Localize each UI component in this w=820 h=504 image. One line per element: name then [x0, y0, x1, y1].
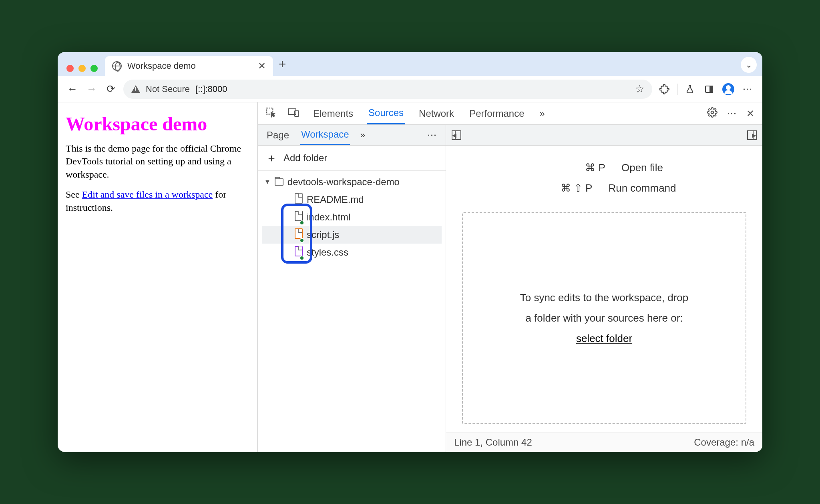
- workspace-dropzone[interactable]: To sync edits to the workspace, drop a f…: [462, 212, 746, 424]
- address-bar[interactable]: Not Secure [::]:8000 ☆: [123, 80, 652, 99]
- tab-search-button[interactable]: ⌄: [741, 57, 757, 73]
- file-name: styles.css: [307, 247, 348, 258]
- file-tree: ▼ devtools-workspace-demo README.md: [258, 171, 446, 264]
- browser-toolbar: ← → ⟳ Not Secure [::]:8000 ☆ ⋮: [58, 76, 762, 102]
- close-devtools-button[interactable]: ✕: [746, 108, 754, 119]
- content-area: Workspace demo This is the demo page for…: [58, 102, 762, 452]
- reload-button[interactable]: ⟳: [104, 82, 118, 96]
- tab-network[interactable]: Network: [417, 103, 456, 124]
- file-name: index.html: [307, 212, 350, 223]
- warning-triangle-icon: [131, 85, 140, 93]
- add-folder-label: Add folder: [283, 152, 327, 164]
- plus-icon: ＋: [266, 150, 277, 166]
- synced-dot-icon: [299, 238, 304, 243]
- subtab-workspace[interactable]: Workspace: [300, 125, 350, 145]
- dropzone-text: a folder with your sources here or:: [525, 312, 683, 324]
- editor-shortcuts: ⌘ P Open file ⌘ ⇧ P Run command: [446, 146, 762, 206]
- maximize-window-button[interactable]: [90, 65, 98, 72]
- rendered-page: Workspace demo This is the demo page for…: [58, 102, 258, 452]
- shortcut-label: Run command: [608, 182, 676, 194]
- window-controls: [63, 65, 102, 76]
- new-tab-button[interactable]: ＋: [276, 56, 288, 76]
- device-toolbar-icon[interactable]: [288, 108, 299, 120]
- minimize-window-button[interactable]: [78, 65, 86, 72]
- coverage-status: Coverage: n/a: [694, 437, 754, 448]
- editor-header: ◀ ▶: [446, 125, 762, 146]
- side-panel-icon[interactable]: [702, 84, 716, 94]
- tab-title: Workspace demo: [127, 61, 196, 71]
- browser-tab[interactable]: Workspace demo ✕: [105, 56, 273, 76]
- page-heading: Workspace demo: [66, 113, 249, 135]
- folder-name: devtools-workspace-demo: [287, 176, 400, 188]
- browser-window: Workspace demo ✕ ＋ ⌄ ← → ⟳ Not Secure [:…: [58, 52, 762, 452]
- add-folder-button[interactable]: ＋ Add folder: [258, 146, 446, 171]
- chrome-menu-button[interactable]: ⋮: [741, 84, 754, 94]
- cursor-position: Line 1, Column 42: [454, 437, 532, 448]
- tab-sources[interactable]: Sources: [367, 102, 405, 124]
- forward-button[interactable]: →: [85, 82, 98, 96]
- inspect-element-icon[interactable]: [266, 107, 276, 120]
- dropzone-text: To sync edits to the workspace, drop: [520, 292, 689, 304]
- tab-strip: Workspace demo ✕ ＋ ⌄: [58, 52, 762, 76]
- tutorial-link[interactable]: Edit and save files in a workspace: [82, 189, 213, 200]
- js-file-icon: [295, 228, 303, 239]
- devtools-menu-button[interactable]: ⋮: [726, 109, 738, 118]
- toolbar-divider: [677, 84, 677, 95]
- tree-file-row[interactable]: index.html: [262, 208, 442, 226]
- svg-point-6: [711, 111, 714, 114]
- settings-gear-icon[interactable]: [707, 107, 718, 120]
- not-secure-label: Not Secure: [146, 84, 190, 94]
- shortcut-keys: ⌘ P: [545, 162, 605, 174]
- html-file-icon: [295, 211, 303, 221]
- tree-file-row[interactable]: styles.css: [262, 244, 442, 261]
- editor-pane: ◀ ▶ ⌘ P Open file ⌘ ⇧ P Run command: [446, 125, 762, 452]
- tab-performance[interactable]: Performance: [468, 103, 526, 124]
- url-text: [::]:8000: [195, 84, 227, 94]
- file-name: README.md: [307, 194, 364, 205]
- chevron-down-icon: ▼: [264, 178, 271, 186]
- tab-elements[interactable]: Elements: [312, 103, 355, 124]
- shortcut-run-command: ⌘ ⇧ P Run command: [532, 182, 676, 194]
- shortcut-label: Open file: [621, 162, 663, 174]
- bookmark-star-icon[interactable]: ☆: [635, 83, 644, 95]
- css-file-icon: [295, 246, 303, 256]
- synced-dot-icon: [299, 256, 304, 260]
- file-name: script.js: [307, 229, 339, 240]
- shortcut-open-file: ⌘ P Open file: [545, 162, 663, 174]
- sources-file-pane: Page Workspace » ⋮ ＋ Add folder ▼: [258, 125, 446, 452]
- sources-sub-tabs: Page Workspace » ⋮: [258, 125, 446, 146]
- show-debugger-button[interactable]: ▶: [747, 130, 757, 140]
- more-tabs-button[interactable]: »: [538, 103, 547, 124]
- page-text: See: [66, 189, 82, 200]
- close-window-button[interactable]: [66, 65, 74, 72]
- sources-pane-menu[interactable]: ⋮: [426, 130, 438, 140]
- devtools-panel: Elements Sources Network Performance » ⋮…: [258, 102, 762, 452]
- tree-file-row[interactable]: README.md: [262, 191, 442, 208]
- tree-file-row-selected[interactable]: script.js: [262, 226, 442, 244]
- page-paragraph-2: See Edit and save files in a workspace f…: [66, 188, 249, 214]
- file-icon: [295, 193, 303, 204]
- labs-flask-icon[interactable]: [683, 84, 697, 94]
- subtab-page[interactable]: Page: [266, 126, 290, 145]
- select-folder-link[interactable]: select folder: [576, 332, 632, 345]
- shortcut-keys: ⌘ ⇧ P: [532, 182, 592, 194]
- show-navigator-button[interactable]: ◀: [452, 130, 461, 140]
- back-button[interactable]: ←: [66, 82, 79, 96]
- profile-avatar[interactable]: [722, 83, 735, 95]
- tree-folder-row[interactable]: ▼ devtools-workspace-demo: [262, 173, 442, 191]
- close-tab-button[interactable]: ✕: [258, 61, 266, 71]
- globe-icon: [112, 61, 122, 71]
- page-paragraph-1: This is the demo page for the official C…: [66, 142, 249, 181]
- more-subtabs-button[interactable]: »: [360, 130, 365, 140]
- editor-statusbar: Line 1, Column 42 Coverage: n/a: [446, 432, 762, 452]
- folder-icon: [275, 178, 283, 186]
- svg-rect-2: [710, 86, 713, 92]
- extensions-icon[interactable]: [658, 84, 671, 94]
- synced-dot-icon: [299, 220, 304, 225]
- devtools-main-tabs: Elements Sources Network Performance » ⋮…: [258, 102, 762, 125]
- devtools-body: Page Workspace » ⋮ ＋ Add folder ▼: [258, 125, 762, 452]
- svg-rect-5: [295, 111, 299, 116]
